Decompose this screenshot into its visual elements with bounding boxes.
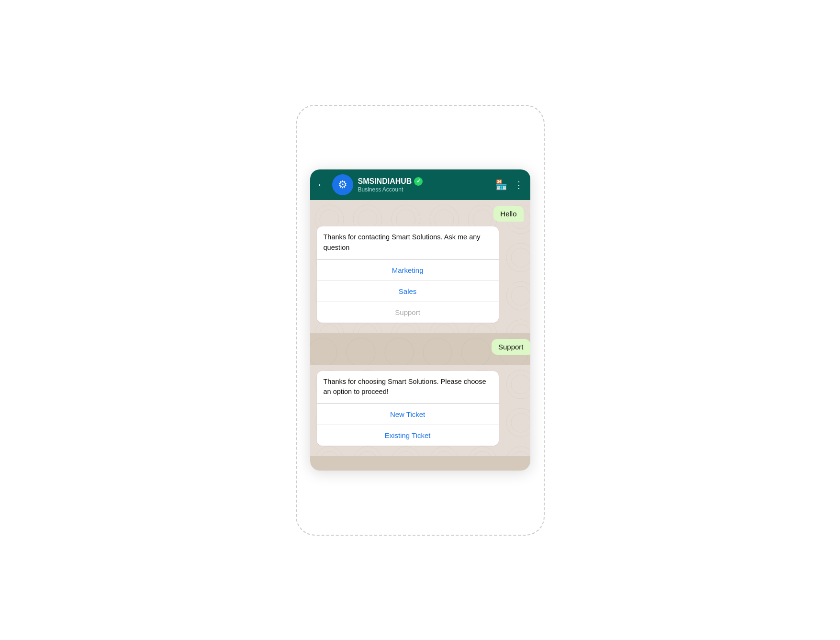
support-option-button[interactable]: Support: [317, 302, 499, 323]
back-button[interactable]: ←: [317, 180, 327, 190]
avatar: ⚙: [332, 174, 353, 195]
header-name: SMSINDIAHUB ✓: [358, 177, 491, 186]
support-bubble: Support: [492, 339, 530, 355]
sales-button[interactable]: Sales: [317, 281, 499, 302]
header-info: SMSINDIAHUB ✓ Business Account: [358, 177, 491, 193]
header-subtitle: Business Account: [358, 186, 491, 193]
business-name: SMSINDIAHUB: [358, 177, 412, 186]
avatar-icon: ⚙: [338, 179, 347, 191]
bot-intro-card: Thanks for contacting Smart Solutions. A…: [317, 226, 499, 323]
chat-body: Hello Thanks for contacting Smart Soluti…: [310, 200, 530, 333]
chat-body-2: Thanks for choosing Smart Solutions. Ple…: [310, 365, 530, 457]
header-icons: 🏪 ⋮: [495, 179, 524, 191]
new-ticket-button[interactable]: New Ticket: [317, 404, 499, 425]
phone-frame: ← ⚙ SMSINDIAHUB ✓ Business Account 🏪 ⋮ H…: [310, 169, 530, 471]
store-icon[interactable]: 🏪: [495, 179, 507, 191]
bot-support-card: Thanks for choosing Smart Solutions. Ple…: [317, 371, 499, 446]
marketing-button[interactable]: Marketing: [317, 259, 499, 281]
bot-support-text: Thanks for choosing Smart Solutions. Ple…: [317, 371, 499, 404]
verified-badge: ✓: [414, 177, 423, 186]
bot-intro-text: Thanks for contacting Smart Solutions. A…: [317, 226, 499, 259]
support-section: Support: [310, 333, 530, 365]
more-icon[interactable]: ⋮: [514, 179, 524, 191]
existing-ticket-button[interactable]: Existing Ticket: [317, 425, 499, 446]
bottom-strip: [310, 456, 530, 471]
phone-outer: ← ⚙ SMSINDIAHUB ✓ Business Account 🏪 ⋮ H…: [296, 105, 545, 536]
hello-bubble: Hello: [493, 206, 523, 222]
chat-header: ← ⚙ SMSINDIAHUB ✓ Business Account 🏪 ⋮: [310, 169, 530, 200]
